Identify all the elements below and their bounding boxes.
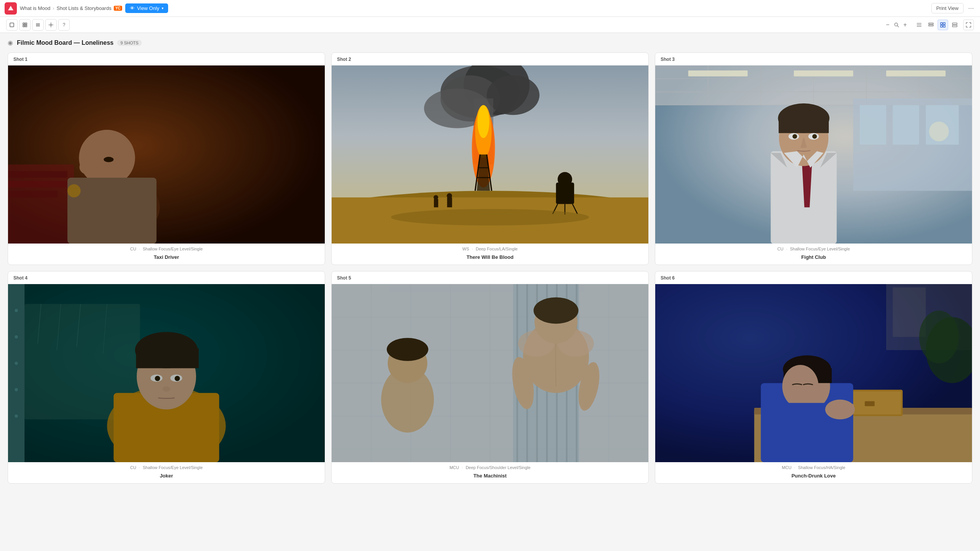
shot-grid: Shot 1 xyxy=(8,52,972,484)
meta-separator: · xyxy=(786,247,789,251)
shot-card[interactable]: Shot 3 xyxy=(655,52,972,265)
grid-view-button[interactable] xyxy=(19,19,31,31)
eye-icon: 👁 xyxy=(130,5,135,11)
shot-card[interactable]: Shot 6 xyxy=(655,271,972,484)
svg-rect-17 xyxy=(943,23,945,25)
top-navigation: What is Mood › Shot Lists & Storyboards … xyxy=(0,0,980,17)
shot-focus: Deep Focus/Shoulder Level/Single xyxy=(466,465,530,470)
shot-card[interactable]: Shot 4 xyxy=(8,271,325,484)
shot-focus: Shallow Focus/Eye Level/Single xyxy=(143,465,203,470)
svg-point-63 xyxy=(434,195,438,200)
shot-header: Shot 6 xyxy=(655,271,972,284)
view-mode-wide-button[interactable] xyxy=(949,20,960,30)
shot-header: Shot 4 xyxy=(8,271,325,284)
fullscreen-button[interactable] xyxy=(963,20,974,30)
svg-rect-3 xyxy=(23,25,25,27)
view-mode-compact-button[interactable] xyxy=(926,20,936,30)
shot-film-title: The Machinist xyxy=(332,471,648,483)
svg-point-49 xyxy=(478,105,489,138)
svg-point-64 xyxy=(391,209,589,226)
svg-rect-62 xyxy=(434,199,438,208)
settings-button[interactable] xyxy=(45,19,57,31)
shot-image-container xyxy=(332,65,648,244)
shot-image-container xyxy=(655,65,972,244)
svg-line-10 xyxy=(897,26,899,27)
help-button[interactable]: ? xyxy=(58,19,70,31)
shot-header: Shot 3 xyxy=(655,53,972,65)
question-icon: ? xyxy=(63,22,65,28)
meta-separator: · xyxy=(462,465,464,470)
shots-count-badge: 9 SHOTS xyxy=(117,40,141,46)
shot-type: MCU xyxy=(450,465,459,470)
search-icon xyxy=(893,22,900,28)
board-title: Filmic Mood Board — Loneliness xyxy=(17,39,113,46)
view-only-button[interactable]: 👁 View Only ▾ xyxy=(125,3,168,13)
zoom-in-button[interactable]: + xyxy=(901,21,909,29)
svg-rect-156 xyxy=(332,284,648,462)
breadcrumb-sep-1: › xyxy=(52,5,54,11)
board-icon: ◉ xyxy=(8,39,13,46)
svg-rect-180 xyxy=(655,284,972,462)
svg-rect-4 xyxy=(25,25,27,27)
shot-film-title: Joker xyxy=(8,471,325,483)
svg-rect-21 xyxy=(952,25,957,27)
svg-rect-16 xyxy=(941,23,942,25)
svg-rect-14 xyxy=(929,23,933,24)
svg-point-8 xyxy=(50,24,52,26)
shot-type: WS xyxy=(462,247,469,251)
shot-image-container xyxy=(8,284,325,462)
shot-meta: CU · Shallow Focus/Eye Level/Single xyxy=(8,244,325,253)
zoom-controls: − + xyxy=(883,21,909,29)
breadcrumb: What is Mood › Shot Lists & Storyboards … xyxy=(20,5,122,11)
shot-card[interactable]: Shot 2 xyxy=(331,52,649,265)
board-header: ◉ Filmic Mood Board — Loneliness 9 SHOTS xyxy=(8,39,972,46)
meta-separator: · xyxy=(472,247,474,251)
print-view-button[interactable]: Print View xyxy=(931,3,964,13)
svg-rect-19 xyxy=(943,25,945,27)
svg-rect-123 xyxy=(8,284,325,462)
shot-type: CU xyxy=(130,465,136,470)
cursor-tool-button[interactable] xyxy=(6,19,18,31)
chevron-down-icon: ▾ xyxy=(162,6,164,10)
meta-separator: · xyxy=(139,247,141,251)
app-logo[interactable] xyxy=(5,2,17,15)
shot-focus: Shallow Focus/HA/Single xyxy=(798,465,846,470)
meta-separator: · xyxy=(139,465,141,470)
svg-rect-1 xyxy=(23,23,25,25)
shot-card[interactable]: Shot 1 xyxy=(8,52,325,265)
breadcrumb-root[interactable]: What is Mood xyxy=(20,5,50,11)
shot-card[interactable]: Shot 5 xyxy=(331,271,649,484)
svg-rect-15 xyxy=(929,25,933,26)
shot-film-title: Fight Club xyxy=(655,253,972,265)
shot-image-container xyxy=(8,65,325,244)
view-mode-list-button[interactable] xyxy=(914,20,924,30)
shot-type: CU xyxy=(130,247,136,251)
breadcrumb-section[interactable]: Shot Lists & Storyboards xyxy=(57,5,111,11)
shot-film-title: Taxi Driver xyxy=(8,253,325,265)
shot-focus: Deep Focus/LA/Single xyxy=(476,247,517,251)
svg-point-56 xyxy=(558,172,572,186)
svg-point-9 xyxy=(895,23,898,26)
shot-focus: Shallow Focus/Eye Level/Single xyxy=(143,247,203,251)
svg-rect-20 xyxy=(952,23,957,25)
shot-meta: CU · Shallow Focus/Eye Level/Single xyxy=(655,244,972,253)
svg-rect-96 xyxy=(655,65,972,244)
shot-header: Shot 2 xyxy=(332,53,648,65)
shot-focus: Shallow Focus/Eye Level/Single xyxy=(790,247,850,251)
svg-point-61 xyxy=(447,193,452,198)
view-mode-grid-button[interactable] xyxy=(937,20,948,30)
shot-image-container xyxy=(655,284,972,462)
shot-meta: MCU · Deep Focus/Shoulder Level/Single xyxy=(332,462,648,471)
more-options-button[interactable]: ··· xyxy=(967,4,975,12)
shot-meta: CU · Shallow Focus/Eye Level/Single xyxy=(8,462,325,471)
svg-rect-18 xyxy=(941,25,942,27)
svg-rect-0 xyxy=(10,23,14,27)
meta-separator: · xyxy=(794,465,797,470)
zoom-out-button[interactable]: − xyxy=(883,21,892,29)
shot-type: CU xyxy=(777,247,784,251)
shot-meta: MCU · Shallow Focus/HA/Single xyxy=(655,462,972,471)
list-view-button[interactable] xyxy=(32,19,44,31)
shot-header: Shot 5 xyxy=(332,271,648,284)
shot-film-title: There Will Be Blood xyxy=(332,253,648,265)
shot-image-container xyxy=(332,284,648,462)
